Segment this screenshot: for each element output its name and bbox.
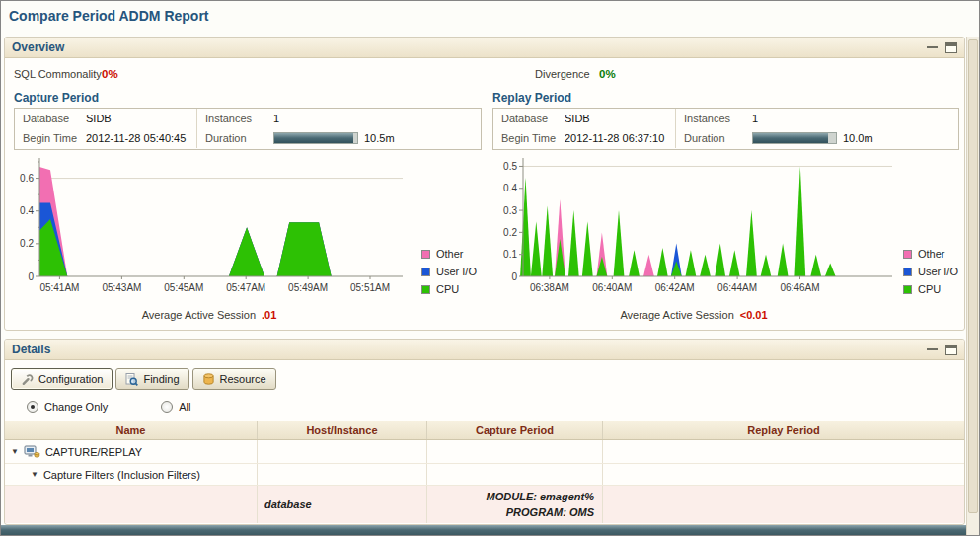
svg-text:0.5: 0.5 xyxy=(503,161,517,172)
tab-label: Finding xyxy=(143,373,179,385)
details-table: Name Host/Instance Capture Period Replay… xyxy=(5,421,964,523)
expand-triangle-icon[interactable]: ▼ xyxy=(11,447,19,456)
duration-bar xyxy=(752,132,837,144)
tab-label: Configuration xyxy=(38,373,103,385)
tab-label: Resource xyxy=(220,373,266,385)
all-label[interactable]: All xyxy=(179,401,190,413)
details-panel: Details Configuration xyxy=(4,339,965,525)
capture-period-chart: 00.20.40.605:41AM05:43AM05:45AM05:47AM05… xyxy=(10,152,409,300)
instances-label: Instances xyxy=(205,113,252,124)
details-tabs: Configuration Finding Resource xyxy=(11,368,276,390)
svg-text:05:51AM: 05:51AM xyxy=(350,282,390,293)
all-radio[interactable] xyxy=(161,401,173,413)
host-instance-value: database xyxy=(258,486,427,523)
overview-panel: Overview SQL Commonality 0% Divergence 0… xyxy=(4,37,965,331)
table-row-capture-filters[interactable]: ▼ Capture Filters (Inclusion Filters) xyxy=(5,464,964,486)
tab-configuration[interactable]: Configuration xyxy=(11,368,113,390)
legend-item: CPU xyxy=(903,280,958,298)
divergence-label: Divergence xyxy=(535,68,590,80)
user-io-swatch-icon xyxy=(903,268,912,276)
change-only-label[interactable]: Change Only xyxy=(44,401,108,413)
svg-text:05:49AM: 05:49AM xyxy=(288,282,328,293)
svg-text:0.6: 0.6 xyxy=(20,173,34,184)
begin-time-label: Begin Time xyxy=(23,132,77,144)
column-header-name[interactable]: Name xyxy=(5,421,258,439)
legend-label: Other xyxy=(436,248,464,260)
instances-label: Instances xyxy=(684,113,730,124)
duration-bar xyxy=(273,132,358,144)
column-header-host-instance[interactable]: Host/Instance xyxy=(258,421,427,439)
legend-item: User I/O xyxy=(421,263,477,280)
column-header-capture-period[interactable]: Capture Period xyxy=(427,421,603,439)
instances-value: 1 xyxy=(752,113,758,124)
begin-time-value: 2012-11-28 06:37:10 xyxy=(565,132,664,144)
overview-panel-title: Overview xyxy=(12,40,64,54)
svg-text:06:44AM: 06:44AM xyxy=(717,282,757,293)
replay-period-heading: Replay Period xyxy=(492,91,571,105)
legend-item: CPU xyxy=(421,280,477,298)
filter-radio-group: Change Only All xyxy=(27,401,190,413)
duration-value: 10.0m xyxy=(843,132,873,144)
svg-text:0: 0 xyxy=(28,271,34,282)
legend-item: User I/O xyxy=(903,263,958,280)
duration-value: 10.5m xyxy=(364,132,395,144)
column-header-replay-period[interactable]: Replay Period xyxy=(603,421,964,439)
replay-period-chart: 00.10.20.30.40.506:38AM06:40AM06:42AM06:… xyxy=(490,152,898,300)
svg-text:06:46AM: 06:46AM xyxy=(780,282,819,293)
table-row-filter-values[interactable]: database MODULE: emagent% PROGRAM: OMS xyxy=(5,486,964,523)
row-label: Capture Filters (Inclusion Filters) xyxy=(43,469,200,481)
minimize-icon[interactable] xyxy=(926,41,939,53)
resource-icon xyxy=(202,373,215,386)
replay-period-info-box: Database SIDB Instances 1 Begin Time 201… xyxy=(492,108,959,150)
sql-commonality-value: 0% xyxy=(102,68,118,80)
svg-text:0.4: 0.4 xyxy=(20,205,34,216)
change-only-radio[interactable] xyxy=(27,401,38,413)
capture-period-heading: Capture Period xyxy=(14,91,99,105)
legend-label: User I/O xyxy=(918,266,958,277)
expand-triangle-icon[interactable]: ▼ xyxy=(31,470,38,479)
database-label: Database xyxy=(23,113,69,124)
svg-text:0.2: 0.2 xyxy=(503,227,517,238)
avg-session-label: Average Active Session xyxy=(620,309,733,321)
row-label: CAPTURE/REPLAY xyxy=(45,446,142,458)
divergence-value: 0% xyxy=(599,68,616,80)
cpu-swatch-icon xyxy=(903,285,912,294)
legend-label: CPU xyxy=(436,283,459,295)
svg-text:05:43AM: 05:43AM xyxy=(102,282,141,293)
vertical-scrollbar-thumb[interactable] xyxy=(968,39,978,513)
avg-session-value: <0.01 xyxy=(740,309,768,321)
replay-average-active-session: Average Active Session<0.01 xyxy=(490,309,898,321)
capture-replay-node-icon xyxy=(24,445,40,458)
svg-text:05:47AM: 05:47AM xyxy=(226,282,265,293)
capture-chart-legend: Other User I/O CPU xyxy=(421,245,477,298)
horizontal-scrollbar[interactable] xyxy=(1,525,966,536)
avg-session-label: Average Active Session xyxy=(142,309,256,321)
legend-label: CPU xyxy=(918,283,941,295)
restore-icon[interactable] xyxy=(945,42,957,53)
tab-finding[interactable]: Finding xyxy=(115,368,188,390)
other-swatch-icon xyxy=(421,250,430,259)
wrench-icon xyxy=(21,373,34,386)
compare-period-addm-report-window: Compare Period ADDM Report Overview SQL … xyxy=(0,0,980,536)
sql-commonality-label: SQL Commonality xyxy=(14,68,102,80)
svg-text:0.2: 0.2 xyxy=(20,238,34,249)
minimize-icon[interactable] xyxy=(926,344,939,355)
begin-time-label: Begin Time xyxy=(501,132,556,144)
database-value: SIDB xyxy=(565,113,590,124)
vertical-scrollbar[interactable] xyxy=(966,37,979,536)
duration-label: Duration xyxy=(684,132,725,144)
avg-session-value: .01 xyxy=(262,309,276,321)
svg-text:06:42AM: 06:42AM xyxy=(655,282,695,293)
svg-text:0.3: 0.3 xyxy=(503,205,517,216)
database-value: SIDB xyxy=(86,113,112,124)
svg-text:05:41AM: 05:41AM xyxy=(39,282,79,293)
svg-text:06:40AM: 06:40AM xyxy=(592,282,632,293)
cpu-swatch-icon xyxy=(421,285,430,294)
other-swatch-icon xyxy=(903,250,912,259)
tab-resource[interactable]: Resource xyxy=(192,368,276,390)
details-panel-header: Details xyxy=(5,340,964,360)
table-row-capture-replay[interactable]: ▼ CAPTURE/REPLAY xyxy=(5,440,964,464)
capture-average-active-session: Average Active Session.01 xyxy=(10,309,409,321)
program-filter-value: PROGRAM: OMS xyxy=(506,504,594,520)
restore-icon[interactable] xyxy=(945,345,957,355)
